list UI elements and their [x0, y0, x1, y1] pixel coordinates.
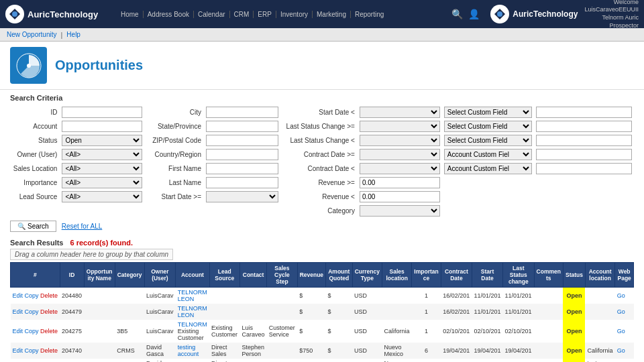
col-lastchange[interactable]: Last Status change [503, 263, 534, 288]
custom3-value-input[interactable] [536, 135, 632, 146]
new-opportunity-link[interactable]: New Opportunity [7, 31, 56, 38]
help-link[interactable]: Help [66, 31, 80, 38]
account-link[interactable]: TELNORM LEON [178, 305, 207, 318]
country-input[interactable] [206, 149, 278, 160]
status-select[interactable]: Open [62, 135, 142, 146]
category-select-cell [358, 204, 442, 218]
delete-link[interactable]: Delete [40, 292, 58, 299]
nav-calendar[interactable]: Calendar [194, 11, 230, 18]
owner-select[interactable]: <All> [62, 149, 142, 160]
col-revenue[interactable]: Revenue [297, 263, 325, 288]
last-status-lt-select[interactable] [360, 135, 440, 146]
delete-link[interactable]: Delete [40, 347, 58, 354]
account-input[interactable] [62, 121, 142, 132]
copy-link[interactable]: Copy [25, 308, 39, 315]
city-input[interactable] [206, 107, 278, 118]
col-importance[interactable]: Importan ce [412, 263, 441, 288]
col-leadsource[interactable]: Lead Source [209, 263, 239, 288]
revenue-gte-input[interactable] [360, 177, 440, 188]
contract-lt-select[interactable] [360, 163, 440, 174]
custom2-select[interactable]: Select Custom Field [444, 121, 532, 132]
search-criteria-title: Search Criteria [10, 94, 634, 102]
col-owner[interactable]: Owner (User) [144, 263, 176, 288]
nav-marketing[interactable]: Marketing [313, 11, 351, 18]
acct-custom2-value-cell [534, 162, 634, 176]
edit-link[interactable]: Edit [13, 308, 23, 315]
delete-link[interactable]: Delete [40, 308, 58, 315]
acct-custom1-select[interactable]: Account Custom Fiel [444, 149, 532, 160]
row-id: 204479 [60, 304, 84, 320]
search-icon[interactable]: 🔍 [451, 9, 463, 19]
copy-link[interactable]: Copy [25, 328, 39, 335]
copy-link[interactable]: Copy [25, 347, 39, 354]
table-row: Edit Copy Delete204740CRMSDavid Gascates… [11, 343, 634, 359]
search-button[interactable]: 🔍 Search [10, 221, 56, 232]
col-id[interactable]: ID [60, 263, 84, 288]
revenue-lt-input[interactable] [360, 191, 440, 202]
custom1-value-input[interactable] [536, 107, 632, 118]
copy-link[interactable]: Copy [25, 292, 39, 299]
nav-reporting[interactable]: Reporting [351, 11, 388, 18]
category-select[interactable] [360, 205, 440, 217]
col-webpage[interactable]: Web Page [615, 263, 634, 288]
contract-gte-select[interactable] [360, 149, 440, 160]
go-link[interactable]: Go [617, 292, 625, 299]
edit-link[interactable]: Edit [13, 328, 23, 335]
lastname-input[interactable] [206, 177, 278, 188]
col-comments[interactable]: Commen ts [534, 263, 563, 288]
welcome-text: Welcome LuisCaraveoEEUUII Telnorm Auric … [584, 0, 639, 29]
col-account[interactable]: Account [176, 263, 209, 288]
acct-custom2-value-input[interactable] [536, 163, 632, 174]
go-link[interactable]: Go [617, 308, 625, 315]
go-link[interactable]: Go [617, 328, 625, 335]
nav-addressbook[interactable]: Address Book [144, 11, 194, 18]
col-startdate[interactable]: Start Date [472, 263, 503, 288]
custom3-select[interactable]: Select Custom Field [444, 135, 532, 146]
last-status-gte-select[interactable] [360, 121, 440, 132]
id-input[interactable] [62, 107, 142, 118]
row-salescycle [267, 343, 297, 359]
nav-inventory[interactable]: Inventory [276, 11, 313, 18]
col-acctloc[interactable]: Account location [585, 263, 614, 288]
account-link[interactable]: testing account [178, 344, 199, 357]
row-id: 204275 [60, 320, 84, 343]
row-comments [534, 320, 563, 343]
col-oppname[interactable]: Opportun ity Name [84, 263, 115, 288]
delete-link[interactable]: Delete [40, 328, 58, 335]
col-category[interactable]: Category [115, 263, 144, 288]
sales-loc-select[interactable]: <All> [62, 163, 142, 174]
col-contract[interactable]: Contract Date [441, 263, 472, 288]
col-salescycle[interactable]: Sales Cycle Step [267, 263, 297, 288]
firstname-input[interactable] [206, 163, 278, 174]
start-lt-select[interactable] [360, 107, 440, 118]
zip-input[interactable] [206, 135, 278, 146]
importance-label: Importance [10, 176, 60, 190]
go-link[interactable]: Go [617, 347, 625, 354]
account-link[interactable]: TELNORM LEON [178, 289, 207, 302]
edit-link[interactable]: Edit [13, 292, 23, 299]
row-lastchange: 02/10/201 [503, 320, 534, 343]
user-icon[interactable]: 👤 [468, 9, 480, 19]
acct-custom1-value-cell [534, 147, 634, 162]
col-currency[interactable]: Currency Type [352, 263, 382, 288]
state-input[interactable] [206, 121, 278, 132]
acct-custom1-value-input[interactable] [536, 149, 632, 160]
startdate-gte-select[interactable] [206, 191, 278, 202]
acct-custom2-select[interactable]: Account Custom Fiel [444, 163, 532, 174]
custom1-select[interactable]: Select Custom Field [444, 107, 532, 118]
nav-home[interactable]: Home [117, 11, 144, 18]
col-salesloc[interactable]: Sales location [382, 263, 412, 288]
custom2-value-input[interactable] [536, 121, 632, 132]
edit-link[interactable]: Edit [13, 347, 23, 354]
nav-crm[interactable]: CRM [230, 11, 254, 18]
nav-erp[interactable]: ERP [254, 11, 276, 18]
col-num[interactable]: # [11, 263, 60, 288]
col-amount[interactable]: Amount Quoted [326, 263, 352, 288]
reset-button[interactable]: Reset for ALL [62, 223, 103, 230]
col-contact[interactable]: Contact [239, 263, 266, 288]
col-status[interactable]: Status [563, 263, 585, 288]
leadsource-select[interactable]: <All> [62, 191, 142, 202]
row-revenue: $ [297, 320, 325, 343]
importance-select[interactable]: <All> [62, 177, 142, 188]
account-link[interactable]: TELNORM [178, 321, 207, 328]
